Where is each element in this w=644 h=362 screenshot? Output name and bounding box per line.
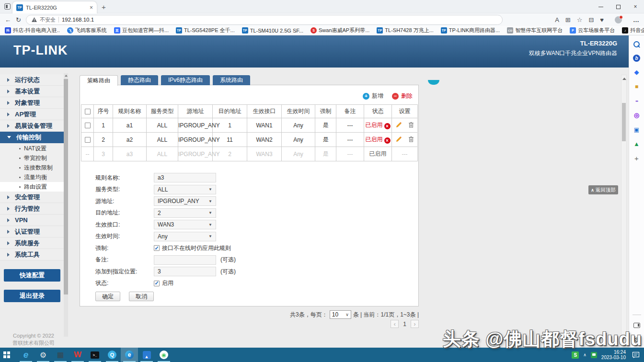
delete-rule-button[interactable]: – 删除 (392, 92, 413, 100)
sidebar-item[interactable]: 运行状态 (0, 74, 64, 86)
favorites-icon[interactable]: ☆ (577, 16, 583, 23)
sidebar-shopping-icon[interactable]: ◆ (632, 68, 641, 76)
back-to-top-button[interactable]: ∧ 返回顶部 (588, 185, 618, 194)
content-tab[interactable]: 策略路由 (80, 75, 118, 86)
time-select[interactable]: Any▼ (154, 232, 216, 241)
bookmark-item[interactable]: 抖 抖店-抖音电商入驻.. (5, 27, 60, 34)
page-size-select[interactable]: 10∨ (330, 310, 351, 319)
sidebar-item[interactable]: 系统服务 (0, 238, 64, 249)
taskbar-photos-icon[interactable]: ▲ (138, 348, 155, 362)
ok-button[interactable]: 确定 (95, 292, 120, 301)
taskbar-qq-icon[interactable]: Q (104, 348, 121, 362)
row-checkbox[interactable] (85, 137, 91, 143)
window-close-button[interactable]: × (627, 0, 644, 13)
sidebar-item[interactable]: 易展设备管理 (0, 120, 64, 132)
disable-x-icon[interactable] (384, 137, 391, 144)
sidebar-item[interactable]: 基本设置 (0, 86, 64, 97)
action-center-icon[interactable] (632, 351, 640, 359)
sidebar-item-transmission-control[interactable]: 传输控制 (0, 132, 64, 143)
scroll-up-icon[interactable] (622, 78, 626, 80)
force-checkbox[interactable]: ✓ (154, 245, 160, 251)
prev-page-button[interactable]: ‹ (391, 320, 399, 328)
taskbar-ie-icon[interactable]: e (17, 348, 34, 362)
content-tab[interactable]: 系统路由 (213, 75, 250, 85)
collections-icon[interactable]: ⊟ (588, 16, 594, 23)
window-minimize-button[interactable] (592, 0, 610, 13)
tray-app-icon[interactable] (591, 352, 597, 358)
sidebar-tree-icon[interactable]: ▲ (632, 140, 641, 148)
rule-name-input[interactable]: a3 (154, 173, 216, 182)
help-fab-partial[interactable] (428, 80, 439, 85)
bookmark-item[interactable]: TP TL-SG5428PE 全千... (176, 27, 235, 34)
url-text[interactable]: 192.168.10.1 (62, 17, 94, 23)
sidebar-scrollbar[interactable] (64, 73, 68, 337)
row-checkbox[interactable] (85, 123, 91, 128)
sidebar-camera-icon[interactable]: ▣ (632, 125, 641, 134)
bookmark-item[interactable]: CD 智慧停车互联网平台 (507, 27, 563, 34)
browser-tab[interactable]: TP TL-ER3220G × (12, 1, 97, 13)
scrollbar-thumb[interactable] (622, 103, 626, 141)
sidebar-item[interactable]: VPN (0, 215, 64, 226)
content-tab[interactable]: IPv6静态路由 (161, 75, 210, 85)
dest-address-select[interactable]: 2▼ (154, 208, 216, 218)
content-tab[interactable]: 静态路由 (121, 75, 158, 85)
sidebar-sub-item[interactable]: 带宽控制 (0, 153, 64, 163)
next-page-button[interactable]: › (411, 320, 419, 328)
tab-actions-icon[interactable] (4, 3, 11, 10)
bookmark-item[interactable]: ♪ 抖音企业服务中心 |... (622, 27, 644, 34)
url-field[interactable]: 不安全 192.168.10.1 (26, 15, 503, 25)
edit-icon[interactable] (396, 136, 402, 142)
note-input[interactable] (154, 255, 216, 265)
bookmark-item[interactable]: 飞 飞鸽客服系统 (67, 27, 107, 34)
sidebar-item[interactable]: 安全管理 (0, 192, 64, 203)
split-screen-icon[interactable]: ⊞ (565, 16, 571, 23)
sidebar-item[interactable]: 认证管理 (0, 226, 64, 238)
sidebar-sub-item[interactable]: NAT设置 (0, 144, 64, 153)
browser-essentials-icon[interactable]: ♥ (600, 16, 604, 23)
service-type-select[interactable]: ALL▼ (154, 185, 216, 194)
sidebar-item[interactable]: 行为管控 (0, 203, 64, 215)
select-all-checkbox[interactable] (85, 109, 91, 114)
sidebar-item[interactable]: 系统工具 (0, 249, 64, 260)
start-button[interactable] (0, 348, 17, 362)
sidebar-toolbox-icon[interactable]: ■ (632, 82, 641, 90)
sidebar-search-icon[interactable] (632, 40, 641, 48)
sidebar-bing-icon[interactable]: b (633, 55, 640, 62)
back-icon[interactable]: ← (5, 16, 11, 23)
sidebar-sub-item[interactable]: 连接数限制 (0, 163, 64, 172)
taskbar-wechat-icon[interactable]: ◉ (155, 348, 172, 362)
add-rule-button[interactable]: + 新增 (363, 92, 383, 100)
taskbar-projector-icon[interactable]: ▦ (52, 348, 69, 362)
new-tab-button[interactable]: + (102, 3, 106, 11)
edit-icon[interactable] (396, 122, 402, 128)
bookmark-item[interactable]: P 云车场服务平台 (570, 27, 615, 34)
source-address-select[interactable]: IPGROUP_ANY▼ (154, 196, 216, 206)
trash-icon[interactable] (408, 136, 414, 142)
disable-x-icon[interactable] (384, 123, 391, 129)
bookmark-item[interactable]: S Swan惠威AP系列带... (310, 27, 369, 34)
trash-icon[interactable] (408, 122, 414, 128)
security-label[interactable]: 不安全 (40, 16, 56, 23)
taskbar-edge-icon[interactable]: e (121, 348, 138, 362)
bookmark-item[interactable]: TP TL-SH7428 万兆上... (377, 27, 433, 34)
tray-expand-icon[interactable]: ∧ (583, 352, 586, 357)
profile-avatar[interactable] (615, 16, 622, 23)
scrollbar-thumb[interactable] (64, 79, 68, 294)
interface-select[interactable]: WAN3▼ (154, 220, 216, 229)
read-aloud-icon[interactable]: A (555, 16, 559, 23)
position-input[interactable]: 3 (154, 267, 216, 276)
quick-setup-button[interactable]: 快速配置 (4, 269, 60, 282)
cancel-button[interactable]: 取消 (129, 292, 154, 301)
sidebar-sub-item[interactable]: 流量均衡 (0, 172, 64, 182)
sidebar-office-icon[interactable]: ◎ (632, 111, 641, 119)
tab-close-icon[interactable]: × (90, 5, 93, 11)
sidebar-sub-item[interactable]: 路由设置 (0, 182, 64, 192)
bookmark-item[interactable]: TP TP-LINK商用路由器... (441, 27, 500, 34)
sidebar-item[interactable]: 对象管理 (0, 97, 64, 109)
bookmark-item[interactable]: TP TL-SM410U 2.5G SF... (242, 27, 303, 34)
status-checkbox[interactable]: ✓ (154, 281, 160, 286)
sidebar-games-icon[interactable]: ●● (632, 97, 641, 105)
scroll-up-icon[interactable] (65, 75, 68, 77)
taskbar-settings-icon[interactable]: ⚙ (34, 348, 52, 362)
bookmark-item[interactable]: 豆 豆包知道官网—抖... (114, 27, 169, 34)
